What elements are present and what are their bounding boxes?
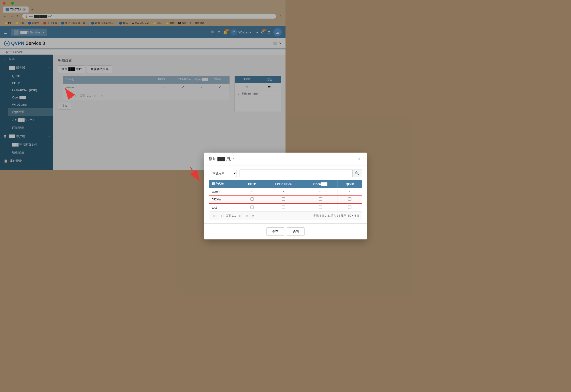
dialog-body: 本机用户 🔍 用户名称 PPTP [204,166,286,170]
app-content: ⊞ 总览 ⊟ ███ 服务器 ▾ QBelt PPTP L2TP/IPSec (… [0,55,286,170]
main-content: 权限设置 添加 ███ 用户 登录尝试策略 用户名 PPTP L2TP/IPSe… [53,55,286,170]
dialog-overlay: 添加 ███ 用户 × 本机用户 🔍 [53,55,286,170]
dialog-filter-row: 本机用户 🔍 [209,170,286,170]
add-user-dialog: 添加 ███ 用户 × 本机用户 🔍 [204,153,286,170]
dialog-search-area: 🔍 [240,170,286,170]
dialog-title: 添加 ███ 用户 [209,157,234,162]
dialog-header: 添加 ███ 用户 × [204,153,286,166]
app-window: ☰ 🔧 ███N Service × 🔍 ≡ 🔔 10+ YD YDXian ▾… [0,26,286,170]
user-type-select[interactable]: 本机用户 [209,170,237,170]
